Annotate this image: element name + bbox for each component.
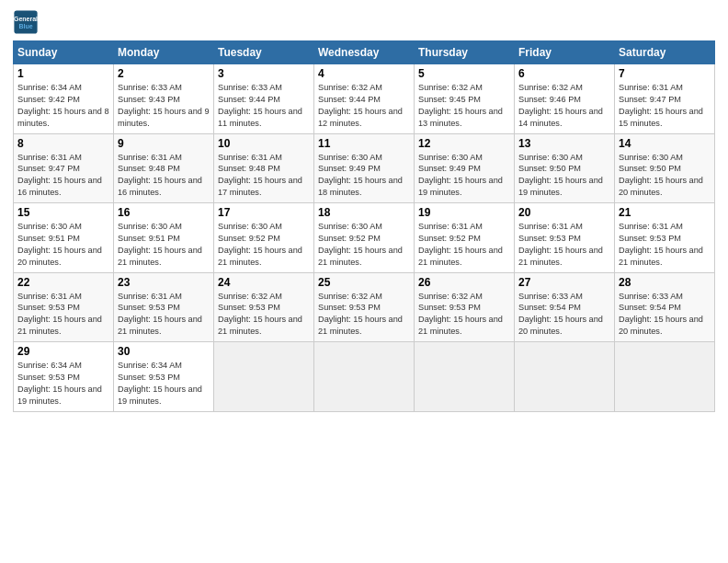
calendar-cell: 30Sunrise: 6:34 AMSunset: 9:53 PMDayligh… bbox=[114, 342, 214, 412]
day-info: Sunrise: 6:31 AMSunset: 9:47 PMDaylight:… bbox=[17, 152, 109, 200]
day-number: 13 bbox=[518, 137, 610, 150]
calendar-cell: 9Sunrise: 6:31 AMSunset: 9:48 PMDaylight… bbox=[114, 133, 214, 203]
calendar-cell: 23Sunrise: 6:31 AMSunset: 9:53 PMDayligh… bbox=[114, 272, 214, 342]
calendar-cell: 1Sunrise: 6:34 AMSunset: 9:42 PMDaylight… bbox=[14, 64, 114, 134]
calendar-cell: 28Sunrise: 6:33 AMSunset: 9:54 PMDayligh… bbox=[615, 272, 715, 342]
day-info: Sunrise: 6:33 AMSunset: 9:43 PMDaylight:… bbox=[118, 82, 210, 130]
day-info: Sunrise: 6:33 AMSunset: 9:54 PMDaylight:… bbox=[619, 291, 711, 339]
day-number: 25 bbox=[318, 276, 410, 289]
day-number: 20 bbox=[518, 206, 610, 219]
calendar-cell: 4Sunrise: 6:32 AMSunset: 9:44 PMDaylight… bbox=[314, 64, 415, 134]
day-header-wednesday: Wednesday bbox=[314, 41, 415, 64]
calendar-week-2: 8Sunrise: 6:31 AMSunset: 9:47 PMDaylight… bbox=[14, 133, 715, 203]
day-info: Sunrise: 6:30 AMSunset: 9:50 PMDaylight:… bbox=[619, 152, 711, 200]
day-info: Sunrise: 6:32 AMSunset: 9:44 PMDaylight:… bbox=[318, 82, 410, 130]
day-info: Sunrise: 6:30 AMSunset: 9:51 PMDaylight:… bbox=[118, 221, 210, 269]
calendar-cell: 18Sunrise: 6:30 AMSunset: 9:52 PMDayligh… bbox=[314, 203, 415, 273]
calendar-cell: 22Sunrise: 6:31 AMSunset: 9:53 PMDayligh… bbox=[14, 272, 114, 342]
day-info: Sunrise: 6:33 AMSunset: 9:44 PMDaylight:… bbox=[218, 82, 310, 130]
day-number: 9 bbox=[118, 137, 210, 150]
day-info: Sunrise: 6:30 AMSunset: 9:51 PMDaylight:… bbox=[17, 221, 109, 269]
calendar-cell: 20Sunrise: 6:31 AMSunset: 9:53 PMDayligh… bbox=[515, 203, 615, 273]
day-info: Sunrise: 6:34 AMSunset: 9:53 PMDaylight:… bbox=[118, 360, 210, 408]
header: General Blue bbox=[13, 9, 715, 35]
day-info: Sunrise: 6:31 AMSunset: 9:48 PMDaylight:… bbox=[118, 152, 210, 200]
day-info: Sunrise: 6:30 AMSunset: 9:52 PMDaylight:… bbox=[318, 221, 410, 269]
calendar-cell bbox=[615, 342, 715, 412]
day-number: 11 bbox=[318, 137, 410, 150]
day-number: 4 bbox=[318, 67, 410, 80]
calendar-week-4: 22Sunrise: 6:31 AMSunset: 9:53 PMDayligh… bbox=[14, 272, 715, 342]
day-number: 22 bbox=[17, 276, 109, 289]
day-number: 8 bbox=[17, 137, 109, 150]
day-info: Sunrise: 6:30 AMSunset: 9:49 PMDaylight:… bbox=[318, 152, 410, 200]
day-info: Sunrise: 6:32 AMSunset: 9:45 PMDaylight:… bbox=[418, 82, 510, 130]
day-info: Sunrise: 6:34 AMSunset: 9:53 PMDaylight:… bbox=[17, 360, 109, 408]
day-number: 18 bbox=[318, 206, 410, 219]
calendar-cell bbox=[314, 342, 415, 412]
day-info: Sunrise: 6:32 AMSunset: 9:53 PMDaylight:… bbox=[318, 291, 410, 339]
svg-rect-0 bbox=[14, 10, 37, 33]
day-info: Sunrise: 6:31 AMSunset: 9:52 PMDaylight:… bbox=[418, 221, 510, 269]
day-number: 23 bbox=[118, 276, 210, 289]
day-info: Sunrise: 6:31 AMSunset: 9:53 PMDaylight:… bbox=[518, 221, 610, 269]
day-info: Sunrise: 6:32 AMSunset: 9:53 PMDaylight:… bbox=[218, 291, 310, 339]
day-number: 15 bbox=[17, 206, 109, 219]
calendar-cell: 10Sunrise: 6:31 AMSunset: 9:48 PMDayligh… bbox=[214, 133, 314, 203]
day-info: Sunrise: 6:30 AMSunset: 9:50 PMDaylight:… bbox=[518, 152, 610, 200]
calendar-cell: 7Sunrise: 6:31 AMSunset: 9:47 PMDaylight… bbox=[615, 64, 715, 134]
calendar-cell bbox=[415, 342, 515, 412]
day-number: 17 bbox=[218, 206, 310, 219]
day-header-saturday: Saturday bbox=[615, 41, 715, 64]
day-info: Sunrise: 6:30 AMSunset: 9:49 PMDaylight:… bbox=[418, 152, 510, 200]
day-number: 12 bbox=[418, 137, 510, 150]
calendar-cell: 15Sunrise: 6:30 AMSunset: 9:51 PMDayligh… bbox=[14, 203, 114, 273]
calendar-week-3: 15Sunrise: 6:30 AMSunset: 9:51 PMDayligh… bbox=[14, 203, 715, 273]
calendar-cell: 25Sunrise: 6:32 AMSunset: 9:53 PMDayligh… bbox=[314, 272, 415, 342]
day-number: 1 bbox=[17, 67, 109, 80]
day-number: 24 bbox=[218, 276, 310, 289]
calendar-cell: 17Sunrise: 6:30 AMSunset: 9:52 PMDayligh… bbox=[214, 203, 314, 273]
day-number: 2 bbox=[118, 67, 210, 80]
calendar-cell: 8Sunrise: 6:31 AMSunset: 9:47 PMDaylight… bbox=[14, 133, 114, 203]
page-container: General Blue SundayMondayTuesdayWednesda… bbox=[0, 0, 728, 421]
calendar-cell: 11Sunrise: 6:30 AMSunset: 9:49 PMDayligh… bbox=[314, 133, 415, 203]
day-number: 21 bbox=[619, 206, 711, 219]
day-info: Sunrise: 6:32 AMSunset: 9:46 PMDaylight:… bbox=[518, 82, 610, 130]
day-info: Sunrise: 6:30 AMSunset: 9:52 PMDaylight:… bbox=[218, 221, 310, 269]
day-info: Sunrise: 6:31 AMSunset: 9:47 PMDaylight:… bbox=[619, 82, 711, 130]
calendar-cell bbox=[214, 342, 314, 412]
day-number: 10 bbox=[218, 137, 310, 150]
day-number: 3 bbox=[218, 67, 310, 80]
day-info: Sunrise: 6:31 AMSunset: 9:53 PMDaylight:… bbox=[619, 221, 711, 269]
day-number: 27 bbox=[518, 276, 610, 289]
day-info: Sunrise: 6:33 AMSunset: 9:54 PMDaylight:… bbox=[518, 291, 610, 339]
calendar-cell: 2Sunrise: 6:33 AMSunset: 9:43 PMDaylight… bbox=[114, 64, 214, 134]
calendar-cell: 21Sunrise: 6:31 AMSunset: 9:53 PMDayligh… bbox=[615, 203, 715, 273]
calendar-table: SundayMondayTuesdayWednesdayThursdayFrid… bbox=[13, 40, 715, 412]
svg-text:General: General bbox=[14, 16, 38, 22]
calendar-cell: 5Sunrise: 6:32 AMSunset: 9:45 PMDaylight… bbox=[415, 64, 515, 134]
calendar-week-1: 1Sunrise: 6:34 AMSunset: 9:42 PMDaylight… bbox=[14, 64, 715, 134]
day-info: Sunrise: 6:31 AMSunset: 9:48 PMDaylight:… bbox=[218, 152, 310, 200]
calendar-cell: 13Sunrise: 6:30 AMSunset: 9:50 PMDayligh… bbox=[515, 133, 615, 203]
day-header-friday: Friday bbox=[515, 41, 615, 64]
calendar-cell: 14Sunrise: 6:30 AMSunset: 9:50 PMDayligh… bbox=[615, 133, 715, 203]
calendar-cell: 6Sunrise: 6:32 AMSunset: 9:46 PMDaylight… bbox=[515, 64, 615, 134]
calendar-cell: 24Sunrise: 6:32 AMSunset: 9:53 PMDayligh… bbox=[214, 272, 314, 342]
day-header-thursday: Thursday bbox=[415, 41, 515, 64]
svg-text:Blue: Blue bbox=[18, 23, 32, 29]
day-number: 16 bbox=[118, 206, 210, 219]
day-header-monday: Monday bbox=[114, 41, 214, 64]
day-number: 14 bbox=[619, 137, 711, 150]
calendar-cell: 12Sunrise: 6:30 AMSunset: 9:49 PMDayligh… bbox=[415, 133, 515, 203]
day-number: 28 bbox=[619, 276, 711, 289]
calendar-cell: 29Sunrise: 6:34 AMSunset: 9:53 PMDayligh… bbox=[14, 342, 114, 412]
calendar-cell: 16Sunrise: 6:30 AMSunset: 9:51 PMDayligh… bbox=[114, 203, 214, 273]
calendar-cell: 27Sunrise: 6:33 AMSunset: 9:54 PMDayligh… bbox=[515, 272, 615, 342]
day-number: 29 bbox=[17, 345, 109, 358]
day-number: 7 bbox=[619, 67, 711, 80]
calendar-cell: 26Sunrise: 6:32 AMSunset: 9:53 PMDayligh… bbox=[415, 272, 515, 342]
calendar-cell: 3Sunrise: 6:33 AMSunset: 9:44 PMDaylight… bbox=[214, 64, 314, 134]
header-row: SundayMondayTuesdayWednesdayThursdayFrid… bbox=[14, 41, 715, 64]
